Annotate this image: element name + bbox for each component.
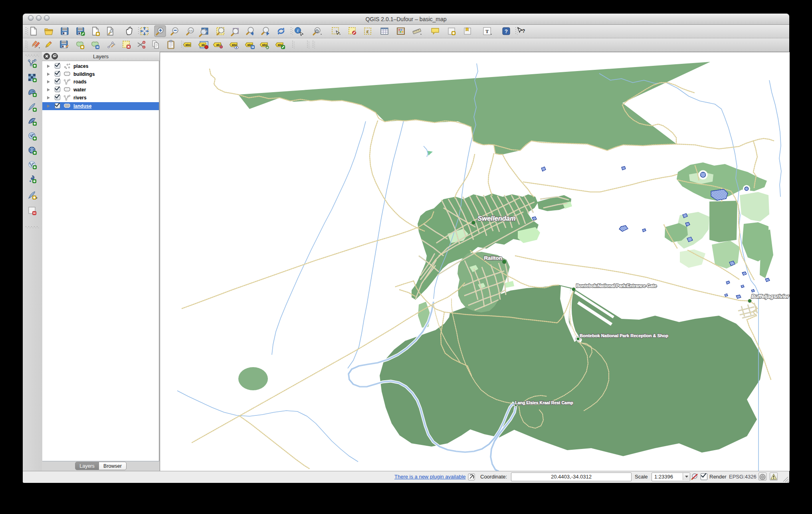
- svg-text:ab: ab: [216, 43, 220, 47]
- svg-text:ab: ab: [202, 43, 205, 47]
- svg-text:Railton: Railton: [484, 255, 502, 261]
- svg-text:?: ?: [522, 28, 525, 34]
- svg-text:Buffeljagsrivier: Buffeljagsrivier: [751, 293, 789, 299]
- svg-text:1:1: 1:1: [189, 30, 193, 32]
- svg-text:Bontebok National Park Entranc: Bontebok National Park Entrance Gate: [576, 283, 657, 288]
- svg-text:abc: abc: [186, 43, 191, 47]
- svg-text:ε: ε: [366, 28, 369, 34]
- svg-text:T: T: [485, 28, 489, 34]
- svg-text:Swellendam: Swellendam: [477, 215, 515, 222]
- svg-text:?: ?: [505, 28, 508, 34]
- svg-text:i: i: [297, 28, 299, 33]
- svg-text:Bontebok National Park Recepti: Bontebok National Park Reception & Shop: [580, 333, 668, 338]
- svg-text:Lang Elsies Kraal Rest Camp: Lang Elsies Kraal Rest Camp: [515, 400, 573, 405]
